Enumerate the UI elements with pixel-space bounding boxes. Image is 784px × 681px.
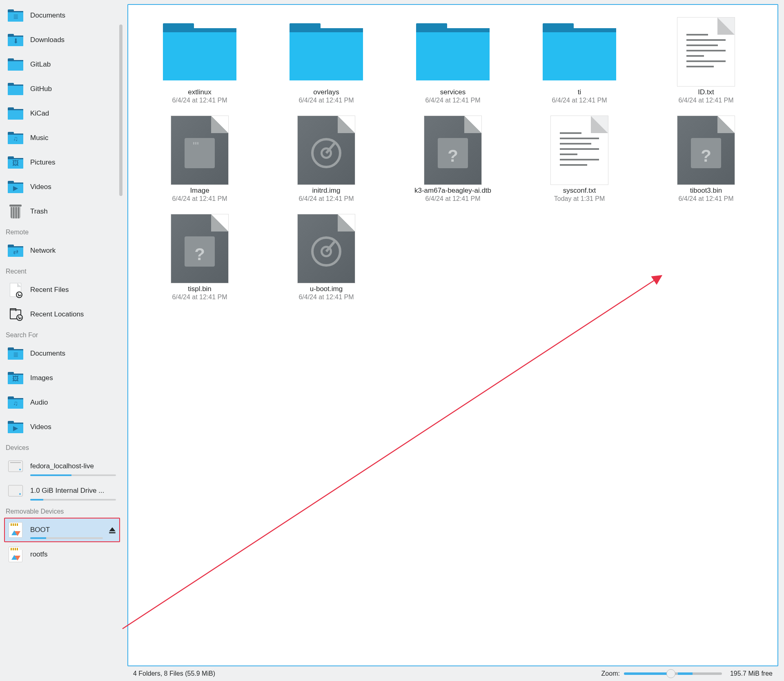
sidebar-item-pictures[interactable]: 🖼Pictures — [4, 150, 120, 175]
section-header-devices: Devices — [4, 439, 120, 454]
sidebar-item-label: Downloads — [30, 36, 117, 44]
file-date: 6/4/24 at 12:41 PM — [298, 97, 354, 104]
sidebar-item-github[interactable]: GitHub — [4, 77, 120, 101]
sidebar-item-label: Network — [30, 247, 117, 255]
sidebar-item-label: Music — [30, 134, 117, 142]
image-file-icon — [161, 116, 238, 185]
file-item[interactable]: ti6/4/24 at 12:41 PM — [520, 16, 639, 106]
sidebar-item-images[interactable]: 🖼Images — [4, 366, 120, 390]
sidebar-item-downloads[interactable]: ⬇Downloads — [4, 28, 120, 52]
sidebar-item-label: Images — [30, 374, 117, 382]
sidebar-item-label: Videos — [30, 183, 117, 191]
recent-files-icon — [7, 282, 24, 298]
file-name: overlays — [313, 88, 339, 96]
sidebar-item-network[interactable]: ⇄Network — [4, 238, 120, 263]
file-name: sysconf.txt — [563, 187, 596, 195]
sidebar-item-label: KiCad — [30, 109, 117, 118]
drive-icon — [7, 483, 24, 499]
file-date: 6/4/24 at 12:41 PM — [172, 195, 227, 203]
eject-icon[interactable] — [108, 525, 117, 534]
file-item[interactable]: extlinux6/4/24 at 12:41 PM — [140, 16, 259, 106]
folder-icon — [541, 17, 618, 87]
file-item[interactable]: u-boot.img6/4/24 at 12:41 PM — [267, 212, 385, 303]
sidebar-item-1-0-gib-internal-drive-[interactable]: 1.0 GiB Internal Drive ... — [4, 478, 120, 503]
text-file-icon — [667, 17, 745, 87]
file-name: ID.txt — [698, 88, 714, 96]
file-name: extlinux — [188, 88, 212, 96]
folder-network-icon: ⇄ — [7, 243, 24, 259]
sidebar-item-rootfs[interactable]: rootfs — [4, 542, 120, 567]
file-item[interactable]: initrd.img6/4/24 at 12:41 PM — [267, 114, 385, 204]
unknown-file-icon: ? — [161, 214, 238, 283]
section-header-search: Search For — [4, 327, 120, 341]
places-panel: ≣Documents⬇DownloadsGitLabGitHubKiCad♫Mu… — [0, 0, 122, 681]
file-name: tiboot3.bin — [690, 187, 722, 195]
text-file-icon — [541, 116, 618, 185]
usage-bar — [30, 474, 116, 476]
sidebar-item-videos[interactable]: ▶Videos — [4, 175, 120, 199]
trash-icon — [7, 203, 24, 220]
file-item[interactable]: ID.txt6/4/24 at 12:41 PM — [647, 16, 765, 106]
file-view[interactable]: extlinux6/4/24 at 12:41 PMoverlays6/4/24… — [127, 4, 778, 666]
drive-live-icon — [7, 458, 24, 474]
file-date: 6/4/24 at 12:41 PM — [298, 195, 354, 203]
sidebar-item-label: fedora_localhost-live — [30, 462, 117, 470]
folder-icon — [287, 17, 365, 87]
sd-card-icon — [7, 522, 24, 538]
sidebar-item-recent-locations[interactable]: Recent Locations — [4, 302, 120, 327]
file-item[interactable]: ?k3-am67a-beagley-ai.dtb6/4/24 at 12:41 … — [394, 114, 512, 204]
sidebar-item-gitlab[interactable]: GitLab — [4, 52, 120, 77]
file-date: Today at 1:31 PM — [554, 195, 605, 203]
usage-bar — [30, 537, 103, 539]
sidebar-item-kicad[interactable]: KiCad — [4, 101, 120, 126]
section-header-removable: Removable Devices — [4, 503, 120, 518]
sidebar-item-label: Videos — [30, 423, 117, 431]
sidebar-item-trash[interactable]: Trash — [4, 199, 120, 224]
sidebar-item-videos[interactable]: ▶Videos — [4, 415, 120, 439]
folder-icon — [7, 81, 24, 97]
section-header-recent: Recent — [4, 263, 120, 278]
disk-image-icon — [287, 116, 365, 185]
status-bar: 4 Folders, 8 Files (55.9 MiB) Zoom: 195.… — [127, 666, 778, 681]
recent-locations-icon — [7, 306, 24, 323]
sidebar-item-fedora-localhost-live[interactable]: fedora_localhost-live — [4, 454, 120, 478]
sidebar-item-documents[interactable]: ≣Documents — [4, 3, 120, 28]
file-item[interactable]: sysconf.txtToday at 1:31 PM — [520, 114, 639, 204]
file-name: k3-am67a-beagley-ai.dtb — [414, 187, 491, 195]
folder-icon — [414, 17, 492, 87]
folder-documents-icon: ≣ — [7, 345, 24, 362]
sidebar-item-label: 1.0 GiB Internal Drive ... — [30, 487, 117, 495]
file-item[interactable]: overlays6/4/24 at 12:41 PM — [267, 16, 385, 106]
sd-card-icon — [7, 546, 24, 563]
folder-music-icon: ♫ — [7, 394, 24, 411]
zoom-label: Zoom: — [601, 670, 620, 677]
sidebar-item-label: GitLab — [30, 60, 117, 69]
sidebar-item-audio[interactable]: ♫Audio — [4, 390, 120, 415]
file-item[interactable]: services6/4/24 at 12:41 PM — [394, 16, 512, 106]
file-item[interactable]: Image6/4/24 at 12:41 PM — [140, 114, 259, 204]
file-item[interactable]: ?tiboot3.bin6/4/24 at 12:41 PM — [647, 114, 765, 204]
folder-pictures-icon: 🖼 — [7, 154, 24, 171]
sidebar-item-label: Pictures — [30, 158, 117, 167]
sidebar-item-documents[interactable]: ≣Documents — [4, 341, 120, 366]
main-area: extlinux6/4/24 at 12:41 PMoverlays6/4/24… — [122, 0, 784, 681]
sidebar-item-label: rootfs — [30, 550, 117, 559]
file-name: Image — [190, 187, 209, 195]
folder-documents-icon: ≣ — [7, 7, 24, 24]
folder-videos-icon: ▶ — [7, 179, 24, 195]
sidebar-item-recent-files[interactable]: Recent Files — [4, 278, 120, 302]
sidebar-item-label: Audio — [30, 398, 117, 407]
file-date: 6/4/24 at 12:41 PM — [425, 97, 480, 104]
file-date: 6/4/24 at 12:41 PM — [678, 97, 733, 104]
folder-icon — [161, 17, 238, 87]
zoom-slider[interactable] — [624, 672, 722, 675]
sidebar-item-boot[interactable]: BOOT — [4, 518, 120, 542]
folder-icon — [7, 56, 24, 73]
file-name: initrd.img — [312, 187, 341, 195]
folder-pictures-icon: 🖼 — [7, 370, 24, 386]
sidebar-item-music[interactable]: ♫Music — [4, 126, 120, 150]
sidebar-item-label: Recent Locations — [30, 310, 117, 318]
file-item[interactable]: ?tispl.bin6/4/24 at 12:41 PM — [140, 212, 259, 303]
unknown-file-icon: ? — [667, 116, 745, 185]
file-date: 6/4/24 at 12:41 PM — [552, 97, 607, 104]
